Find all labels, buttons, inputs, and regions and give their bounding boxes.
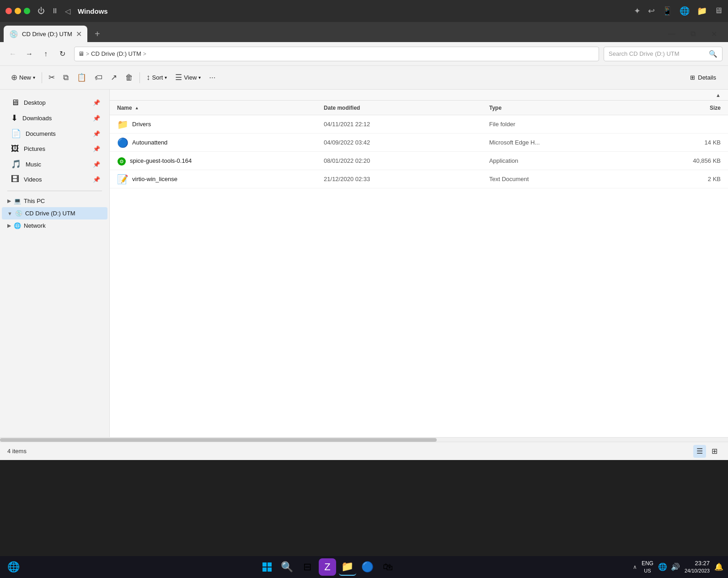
view-button[interactable]: ☰ View ▾ xyxy=(171,70,204,86)
share-icon: ↗ xyxy=(111,73,117,82)
details-button[interactable]: ⊞ Details xyxy=(685,70,721,86)
back-icon[interactable]: ◁ xyxy=(65,7,70,16)
power-icon[interactable]: ⏻ xyxy=(37,7,45,16)
column-header-name[interactable]: Name xyxy=(117,105,324,111)
sidebar-item-desktop[interactable]: 🖥 Desktop 📌 xyxy=(2,95,107,110)
pin-icon-downloads: 📌 xyxy=(93,115,100,122)
breadcrumb-computer-icon: 🖥 xyxy=(78,50,84,57)
globe-icon[interactable]: 🌐 xyxy=(680,6,690,16)
taskbar-start[interactable] xyxy=(258,558,276,576)
this-pc-icon: 💻 xyxy=(14,198,21,204)
sidebar-group-this-pc[interactable]: ▶ 💻 This PC xyxy=(2,195,107,207)
svg-rect-2 xyxy=(262,562,267,567)
sidebar-item-documents[interactable]: 📄 Documents 📌 xyxy=(2,126,107,141)
share-button[interactable]: ↗ xyxy=(107,70,121,86)
taskbar-task-view[interactable]: ⊟ xyxy=(299,558,316,576)
taskbar-store[interactable]: 🛍 xyxy=(379,558,396,576)
new-button[interactable]: ⊕ New ▾ xyxy=(7,70,39,86)
more-icon: ··· xyxy=(209,73,215,82)
sparkle-icon[interactable]: ✦ xyxy=(634,6,641,16)
restore-button[interactable]: ⧉ xyxy=(682,26,703,42)
minimize-button[interactable]: — xyxy=(661,26,682,42)
search-icon[interactable]: 🔍 xyxy=(709,50,717,58)
view-toggles: ☰ ⊞ xyxy=(693,445,721,458)
taskbar-explorer[interactable]: 📁 xyxy=(339,558,356,576)
cut-button[interactable]: ✂ xyxy=(45,70,59,86)
large-icons-view-toggle[interactable]: ⊞ xyxy=(708,445,721,458)
sidebar-group-cd-drive[interactable]: ▼ 💿 CD Drive (D:) UTM xyxy=(2,207,107,219)
delete-button[interactable]: 🗑 xyxy=(122,70,137,86)
file-row-autounattend[interactable]: 🔵 Autounattend 04/09/2022 03:42 Microsof… xyxy=(110,134,728,152)
system-tray-expand[interactable]: ∧ xyxy=(633,564,637,570)
new-tab-button[interactable]: + xyxy=(89,26,106,42)
volume-taskbar-icon[interactable]: 🔊 xyxy=(671,562,680,571)
file-date-spice: 08/01/2022 02:20 xyxy=(324,157,489,164)
search-placeholder: Search CD Drive (D:) UTM xyxy=(609,50,706,57)
refresh-button[interactable]: ↻ xyxy=(55,47,70,61)
column-header-date[interactable]: Date modified xyxy=(324,105,489,111)
phone-icon[interactable]: 📱 xyxy=(662,6,672,16)
more-button[interactable]: ··· xyxy=(205,70,219,86)
documents-icon: 📄 xyxy=(11,128,21,139)
status-bar: 4 items ☰ ⊞ xyxy=(0,442,728,460)
taskbar-search[interactable]: 🔍 xyxy=(278,558,296,576)
column-header-size[interactable]: Size xyxy=(638,105,721,111)
pin-icon-documents: 📌 xyxy=(93,130,100,137)
close-button[interactable]: ✕ xyxy=(703,26,724,42)
app-title: Windows xyxy=(78,7,108,15)
sidebar-item-pictures[interactable]: 🖼 Pictures 📌 xyxy=(2,141,107,156)
file-row-drivers[interactable]: 📁 Drivers 04/11/2021 22:12 File folder xyxy=(110,115,728,134)
sidebar-group-network[interactable]: ▶ 🌐 Network xyxy=(2,219,107,232)
minimize-traffic-light[interactable] xyxy=(15,8,21,14)
details-label: Details xyxy=(698,74,716,81)
taskbar-edge[interactable]: 🔵 xyxy=(359,558,376,576)
back-button[interactable]: ← xyxy=(5,47,20,61)
maximize-traffic-light[interactable] xyxy=(24,8,30,14)
taskbar-zoom[interactable]: Z xyxy=(319,558,336,576)
taskbar-edge-left[interactable]: 🌐 xyxy=(5,558,22,576)
videos-icon: 🎞 xyxy=(11,175,19,184)
locale-code: US xyxy=(642,567,653,574)
folder-icon[interactable]: 📁 xyxy=(697,6,707,16)
tab-close-button[interactable]: ✕ xyxy=(76,30,82,38)
taskbar-center: 🔍 ⊟ Z 📁 🔵 🛍 xyxy=(22,558,633,576)
details-view-toggle[interactable]: ☰ xyxy=(693,445,706,458)
column-header-type[interactable]: Type xyxy=(489,105,638,111)
breadcrumb-bar[interactable]: 🖥 > CD Drive (D:) UTM > xyxy=(74,47,599,61)
taskbar-clock[interactable]: 23:27 24/10/2023 xyxy=(685,559,710,575)
undo-icon[interactable]: ↩ xyxy=(648,6,655,16)
horizontal-scroll-area[interactable] xyxy=(0,437,728,442)
rename-button[interactable]: 🏷 xyxy=(91,70,106,86)
file-row-virtio[interactable]: 📝 virtio-win_license 21/12/2020 02:33 Te… xyxy=(110,170,728,188)
active-tab[interactable]: 💿 CD Drive (D:) UTM ✕ xyxy=(4,26,87,42)
notification-icon[interactable]: 🔔 xyxy=(714,562,723,571)
sidebar-item-videos[interactable]: 🎞 Videos 📌 xyxy=(2,172,107,187)
app-icon-spice: ⚙ xyxy=(117,155,126,166)
title-bar-controls: ⏻ ⏸ ◁ xyxy=(37,7,70,16)
globe-taskbar-icon[interactable]: 🌐 xyxy=(658,562,667,571)
sidebar-label-music: Music xyxy=(26,161,41,168)
screen-icon[interactable]: 🖥 xyxy=(714,6,723,16)
downloads-icon: ⬇ xyxy=(11,113,18,123)
file-row-spice[interactable]: ⚙ spice-guest-tools-0.164 08/01/2022 02:… xyxy=(110,152,728,170)
sort-button[interactable]: ↕ Sort ▾ xyxy=(143,70,171,86)
taskbar-language[interactable]: ENG US xyxy=(642,560,653,574)
desktop-icon: 🖥 xyxy=(11,98,19,107)
paste-button[interactable]: 📋 xyxy=(73,70,90,86)
file-size-spice: 40,856 KB xyxy=(638,157,721,164)
up-button[interactable]: ↑ xyxy=(38,47,53,61)
horizontal-scroll-thumb[interactable] xyxy=(0,438,437,442)
svg-rect-5 xyxy=(268,567,272,572)
view-label: View xyxy=(184,74,197,81)
search-bar[interactable]: Search CD Drive (D:) UTM 🔍 xyxy=(604,47,723,61)
sidebar: 🖥 Desktop 📌 ⬇ Downloads 📌 📄 Documents 📌 … xyxy=(0,90,110,437)
close-traffic-light[interactable] xyxy=(5,8,12,14)
file-list: ▲ Name Date modified Type Size 📁 Drivers… xyxy=(110,90,728,437)
pause-icon[interactable]: ⏸ xyxy=(51,7,59,16)
forward-button[interactable]: → xyxy=(22,47,37,61)
sidebar-item-downloads[interactable]: ⬇ Downloads 📌 xyxy=(2,110,107,126)
sidebar-item-music[interactable]: 🎵 Music 📌 xyxy=(2,156,107,172)
copy-button[interactable]: ⧉ xyxy=(59,70,72,86)
file-type-drivers: File folder xyxy=(489,121,638,128)
details-icon: ⊞ xyxy=(690,74,695,81)
